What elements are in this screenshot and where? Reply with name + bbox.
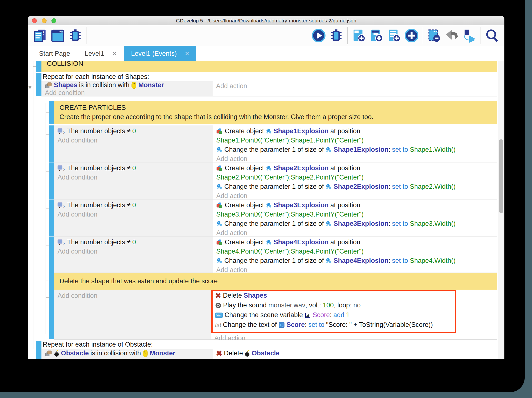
action-create-object[interactable]: Create object Shape2Explosion at positio…: [216, 164, 360, 172]
actions-column[interactable]: ✖ Delete Obstacle: [213, 349, 497, 359]
add-action-link[interactable]: Add action: [216, 155, 247, 163]
object-link[interactable]: Shape2Explosion: [274, 164, 329, 172]
search-events-button[interactable]: [485, 28, 499, 43]
variable-link[interactable]: Score: [313, 311, 330, 319]
add-special-event-button[interactable]: [404, 28, 419, 43]
action-play-sound[interactable]: Play the sound monster.wav, vol.: 100, l…: [215, 302, 361, 309]
action-change-size[interactable]: Change the parameter 1 of size of Shape3…: [216, 220, 455, 227]
action-position-expression[interactable]: Shape3.PointX("Center");Shape3.PointY("C…: [216, 211, 364, 218]
action-delete-obstacle[interactable]: ✖ Delete Obstacle: [216, 350, 279, 357]
action-create-object[interactable]: Create object Shape3Explosion at positio…: [216, 201, 360, 209]
add-condition-link[interactable]: Add condition: [58, 174, 98, 181]
add-action-link[interactable]: Add action: [214, 334, 246, 342]
repeat-header[interactable]: Repeat for each instance of Obstacle:: [43, 341, 153, 348]
action-create-object[interactable]: Create object Shape4Explosion at positio…: [216, 238, 360, 246]
action-delete-shapes[interactable]: ✖ Delete Shapes: [215, 292, 267, 299]
conditions-column[interactable]: Shapes is in collision with Monster Add …: [41, 81, 213, 96]
event-handle-bar[interactable]: [49, 125, 54, 162]
conditions-column[interactable]: x ? The number objects ≠ 0 Add condition: [54, 199, 213, 237]
action-change-size[interactable]: Change the parameter 1 of size of Shape2…: [216, 183, 455, 190]
conditions-column[interactable]: x ? The number objects ≠ 0 Add condition: [54, 162, 213, 199]
actions-column[interactable]: Add action: [213, 81, 497, 96]
close-tab-icon[interactable]: ×: [112, 50, 116, 57]
conditions-column[interactable]: x ? The number objects ≠ 0 Add condition: [54, 237, 213, 273]
event-handle-bar[interactable]: [49, 290, 54, 339]
action-position-expression[interactable]: Shape1.PointX("Center");Shape1.PointY("C…: [216, 137, 364, 144]
tab-level1-events[interactable]: Level1 (Events) ×: [124, 46, 197, 61]
condition-collision[interactable]: Shapes is in collision with Monster: [45, 81, 164, 89]
object-link[interactable]: Shape3Explosion: [334, 220, 388, 227]
add-condition-link[interactable]: Add condition: [45, 89, 85, 97]
redo-button[interactable]: [462, 28, 476, 43]
object-link[interactable]: Shape1Explosion: [274, 127, 329, 135]
undo-button[interactable]: [445, 28, 459, 43]
conditions-column[interactable]: Obstacle is in collision with Monster: [41, 349, 213, 359]
actions-column[interactable]: Create object Shape1Explosion at positio…: [213, 125, 497, 162]
condition-number-objects[interactable]: x ? The number objects ≠ 0: [58, 164, 136, 172]
add-subevent-button[interactable]: [369, 28, 384, 43]
object-link[interactable]: Shape3Explosion: [274, 201, 329, 209]
object-link[interactable]: Shape4Explosion: [274, 238, 329, 246]
object-link[interactable]: Monster: [150, 350, 175, 357]
add-condition-link[interactable]: Add condition: [58, 137, 98, 144]
debugger-icon[interactable]: [68, 28, 82, 43]
event-handle-bar[interactable]: [36, 61, 41, 72]
object-link[interactable]: Score: [286, 321, 305, 329]
add-action-link[interactable]: Add action: [216, 266, 247, 274]
project-manager-icon[interactable]: [33, 28, 47, 43]
comment-band[interactable]: CREATE PARTICLES Create the proper one a…: [54, 101, 497, 124]
condition-collision[interactable]: Obstacle is in collision with Monster: [45, 350, 175, 357]
comment-band[interactable]: COLLISION: [41, 61, 497, 72]
conditions-column[interactable]: Add condition: [54, 290, 211, 340]
action-create-object[interactable]: Create object Shape1Explosion at positio…: [216, 127, 360, 135]
conditions-column[interactable]: x ? The number objects ≠ 0 Add condition: [54, 125, 213, 162]
action-change-scene-variable[interactable]: Var Change the scene variable Score: add…: [215, 311, 350, 319]
object-link[interactable]: Shape2Explosion: [334, 183, 388, 190]
event-handle-bar[interactable]: [49, 162, 54, 199]
event-handle-bar[interactable]: [36, 73, 41, 96]
object-link[interactable]: Shape1Explosion: [334, 146, 388, 153]
condition-number-objects[interactable]: x ? The number objects ≠ 0: [58, 238, 136, 246]
add-condition-link[interactable]: Add condition: [58, 211, 98, 218]
event-handle-bar[interactable]: [49, 237, 54, 273]
actions-column[interactable]: ✖ Delete Shapes Play the sound monster.w…: [211, 290, 497, 340]
tab-start-page[interactable]: Start Page: [32, 46, 78, 61]
add-condition-link[interactable]: Add condition: [58, 292, 98, 300]
event-handle-bar[interactable]: [36, 341, 41, 359]
object-link[interactable]: Shape4Explosion: [334, 257, 388, 265]
action-position-expression[interactable]: Shape4.PointX("Center");Shape4.PointY("C…: [216, 248, 364, 255]
events-scrollbar-thumb[interactable]: [499, 139, 503, 213]
action-change-text[interactable]: txt Change the text of T x Score: set to…: [215, 321, 433, 329]
action-change-size[interactable]: Change the parameter 1 of size of Shape4…: [216, 257, 455, 265]
object-link[interactable]: Shapes: [244, 292, 267, 299]
object-link[interactable]: Obstacle: [252, 350, 279, 357]
debug-preview-button[interactable]: [329, 28, 343, 43]
add-event-button[interactable]: [352, 28, 366, 43]
action-position-expression[interactable]: Shape2.PointX("Center");Shape2.PointY("C…: [216, 174, 364, 181]
add-condition-link[interactable]: Add condition: [58, 248, 98, 255]
tab-level1-scene[interactable]: Level1 ×: [78, 46, 124, 61]
collapse-arrow-icon[interactable]: ▼: [28, 84, 33, 91]
event-handle-bar[interactable]: [49, 199, 54, 236]
close-tab-icon[interactable]: ×: [185, 50, 189, 57]
add-action-link[interactable]: Add action: [216, 192, 247, 200]
add-action-link[interactable]: Add action: [216, 229, 247, 237]
event-handle-bar[interactable]: [49, 273, 54, 290]
actions-column[interactable]: Create object Shape3Explosion at positio…: [213, 199, 497, 237]
actions-column[interactable]: Create object Shape2Explosion at positio…: [213, 162, 497, 199]
events-scrollbar-track[interactable]: [498, 61, 504, 359]
condition-number-objects[interactable]: x ? The number objects ≠ 0: [58, 127, 136, 135]
event-handle-bar[interactable]: [49, 101, 54, 124]
comment-band[interactable]: Delete the shape that was eaten and upda…: [54, 273, 497, 290]
add-comment-button[interactable]: [387, 28, 401, 43]
preview-play-button[interactable]: [312, 28, 326, 43]
condition-number-objects[interactable]: x ? The number objects ≠ 0: [58, 201, 136, 209]
object-link[interactable]: Shapes: [54, 81, 77, 89]
actions-column[interactable]: Create object Shape4Explosion at positio…: [213, 237, 497, 273]
repeat-header[interactable]: Repeat for each instance of Shapes:: [43, 73, 149, 81]
object-link[interactable]: Monster: [138, 81, 164, 89]
object-link[interactable]: Obstacle: [61, 350, 89, 357]
add-action-link[interactable]: Add action: [216, 82, 247, 90]
preview-window-icon[interactable]: [51, 28, 65, 43]
action-change-size[interactable]: Change the parameter 1 of size of Shape1…: [216, 146, 455, 153]
